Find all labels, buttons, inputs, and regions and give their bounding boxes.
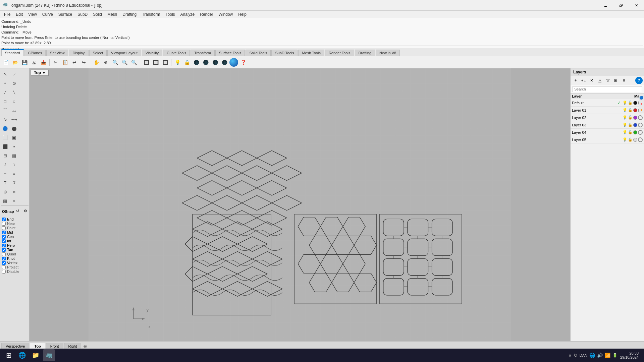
rect-tool[interactable]: □ [1, 97, 9, 106]
paste-button[interactable]: 📋 [61, 58, 69, 67]
point-tool[interactable]: • [1, 79, 9, 87]
mat3-button[interactable]: 🌑 [211, 58, 219, 67]
undo-button[interactable]: ↩ [70, 58, 79, 67]
viewport-area[interactable]: Top ▼ y x [30, 68, 570, 341]
toolbar-tab-viewport-layout[interactable]: Viewport Layout [107, 50, 141, 56]
menu-item-mesh[interactable]: Mesh [105, 11, 120, 17]
zoom-in-button[interactable]: 🔍 [111, 58, 119, 67]
minimize-button[interactable]: 🗕 [598, 0, 613, 11]
line-tool-2[interactable]: ╲ [10, 88, 18, 97]
osnap-item-tan[interactable]: Tan [2, 248, 27, 252]
layer-material-circle[interactable] [638, 115, 643, 120]
osnap-item-project[interactable]: Project [2, 265, 27, 269]
layer-side-icon-3[interactable]: ● [639, 107, 644, 112]
toolbar-tab-cplanes[interactable]: CPlanes [24, 50, 46, 56]
redo-button[interactable]: ↪ [79, 58, 88, 67]
menu-item-help[interactable]: Help [235, 11, 249, 17]
mesh-tool[interactable]: ⊞ [1, 151, 9, 160]
layer-material-circle[interactable] [638, 130, 643, 135]
osnap-item-near[interactable]: Near [2, 222, 27, 226]
viewport-dropdown-arrow[interactable]: ▼ [42, 71, 46, 75]
wire-button[interactable]: 🔲 [142, 58, 151, 67]
solid-tool-2[interactable]: ▪ [10, 142, 18, 151]
layer-color-swatch[interactable] [633, 123, 637, 127]
layer-lock-icon[interactable]: 🔓 [628, 115, 633, 120]
taskbar-volume[interactable]: 🔊 [597, 353, 603, 358]
osnap-item-quad[interactable]: Quad [2, 252, 27, 256]
layer-color-swatch[interactable] [633, 108, 637, 112]
toolbar-tab-render-tools[interactable]: Render Tools [325, 50, 354, 56]
menu-item-tools[interactable]: Tools [163, 11, 178, 17]
layer-side-icon-1[interactable]: 🔵 [639, 95, 644, 100]
menu-item-edit[interactable]: Edit [13, 11, 25, 17]
layer-filter-button[interactable]: ⊞ [612, 77, 620, 84]
osnap-item-cen[interactable]: Cen [2, 235, 27, 239]
layer-row-layer-01[interactable]: Layer 01 💡 🔒 [571, 107, 644, 114]
toolbar-tab-set-view[interactable]: Set View [46, 50, 68, 56]
layer-row-layer-04[interactable]: Layer 04 💡 🔓 [571, 129, 644, 136]
layers-search-input[interactable] [573, 86, 642, 92]
help-button[interactable]: ❓ [239, 58, 248, 67]
osnap-item-vertex[interactable]: Vertex [2, 261, 27, 265]
layer-bulb-icon[interactable]: 💡 [623, 123, 627, 127]
toolbar-tab-subd-tools[interactable]: SubD Tools [271, 50, 298, 56]
taskbar-rhino[interactable]: 🦏 [43, 349, 55, 361]
shade-button[interactable]: 🔲 [151, 58, 160, 67]
toolbar-tab-select[interactable]: Select [89, 50, 107, 56]
layer-props-button[interactable]: ? [635, 77, 643, 84]
layer-delete-button[interactable]: ✕ [588, 77, 595, 84]
more-tool[interactable]: » [10, 196, 18, 205]
start-button[interactable]: ⊞ [3, 349, 15, 361]
cut-button[interactable]: ✂ [51, 58, 60, 67]
taskbar-explorer[interactable]: 📁 [30, 349, 42, 361]
toolbar-tab-standard[interactable]: Standard [1, 49, 24, 56]
pan-button[interactable]: ✋ [92, 58, 101, 67]
mat4-button[interactable]: 🌑 [220, 58, 229, 67]
open-button[interactable]: 📂 [11, 58, 19, 67]
surface-tool-2[interactable]: ▣ [10, 133, 18, 142]
freeform-tool-2[interactable]: ⬤ [10, 124, 18, 133]
osnap-item-perp[interactable]: Perp [2, 243, 27, 247]
toolbar-tab-curve-tools[interactable]: Curve Tools [163, 50, 190, 56]
toolbar-tab-solid-tools[interactable]: Solid Tools [246, 50, 271, 56]
toolbar-tab-new-in-v8[interactable]: New in V8 [376, 50, 400, 56]
zoom-window-button[interactable]: 🔍 [129, 58, 138, 67]
menu-item-render[interactable]: Render [197, 11, 216, 17]
freeform-tool[interactable]: 🔵 [1, 124, 9, 133]
menu-item-drafting[interactable]: Drafting [120, 11, 139, 17]
menu-item-file[interactable]: File [1, 11, 13, 17]
taskbar-clock[interactable]: 20:33 29/10/2024 [618, 351, 641, 359]
zoom-extent-button[interactable]: ⊕ [101, 58, 110, 67]
layer-add-sublayer-button[interactable]: +↳ [580, 77, 587, 84]
export-button[interactable]: 📤 [39, 58, 48, 67]
toolbar-tab-drafting[interactable]: Drafting [355, 50, 375, 56]
layer-color-swatch[interactable] [633, 138, 637, 142]
layer-side-icon-2[interactable]: ● [639, 101, 644, 106]
layer-up-button[interactable]: △ [596, 77, 603, 84]
layer-color-swatch[interactable] [633, 116, 637, 120]
toolbar-tab-mesh-tools[interactable]: Mesh Tools [298, 50, 324, 56]
layer-bulb-icon[interactable]: 💡 [623, 130, 627, 134]
layer-menu-button[interactable]: ≡ [620, 77, 628, 84]
layer-row-layer-03[interactable]: Layer 03 💡 🔓 [571, 121, 644, 129]
taskbar-user[interactable]: DAN [580, 353, 587, 357]
close-button[interactable]: ✕ [629, 0, 644, 11]
layer-bulb-icon[interactable]: 💡 [623, 101, 627, 105]
osnap-item-int[interactable]: Int [2, 239, 27, 243]
light-button[interactable]: 💡 [173, 58, 182, 67]
osnap-item-end[interactable]: End [2, 217, 27, 221]
point-tool-2[interactable]: ⊙ [10, 79, 18, 87]
osnap-item-disable[interactable]: Disable [2, 269, 27, 274]
menu-item-subd[interactable]: SubD [75, 11, 90, 17]
dim-tool-2[interactable]: ⤵ [10, 160, 18, 169]
arc-tool[interactable]: ⌒ [1, 106, 9, 115]
layer-bulb-icon[interactable]: 💡 [623, 108, 627, 112]
layer-bulb-icon[interactable]: 💡 [623, 137, 627, 142]
layer-active-check[interactable]: ✓ [617, 100, 623, 105]
globe-button[interactable] [229, 58, 238, 67]
layer-lock-icon[interactable]: 🔒 [628, 108, 633, 112]
osnap-item-knot[interactable]: Knot [2, 256, 27, 260]
layer-down-button[interactable]: ▽ [604, 77, 611, 84]
menu-item-analyze[interactable]: Analyze [178, 11, 198, 17]
curve-tool-2[interactable]: ⟿ [10, 115, 18, 124]
